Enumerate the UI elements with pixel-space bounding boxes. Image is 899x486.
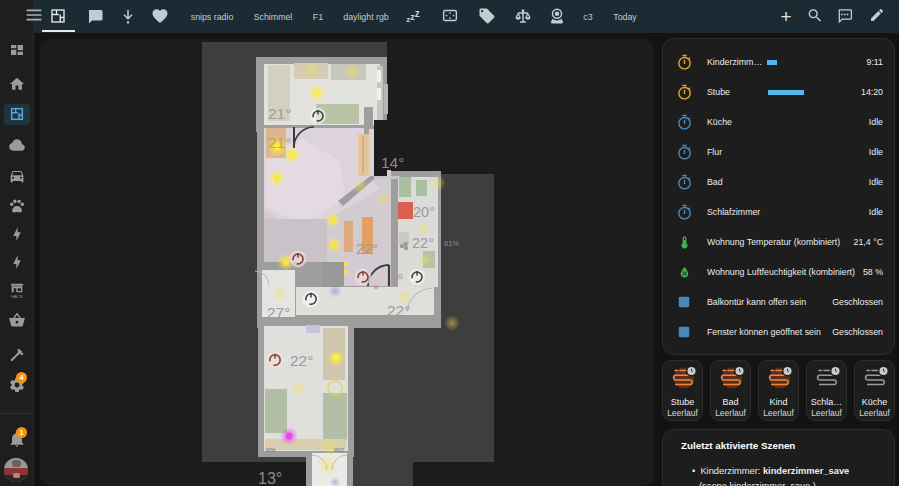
svg-text:WW: WW [266, 447, 276, 453]
svg-text:0: 0 [398, 272, 403, 281]
svg-text:22°: 22° [356, 241, 378, 257]
svg-text:22°: 22° [412, 235, 434, 251]
svg-text:22°: 22° [387, 302, 410, 319]
svg-text:61%: 61% [444, 239, 459, 248]
svg-text:HACS: HACS [11, 294, 22, 299]
svg-text:W02: W02 [334, 447, 345, 453]
svg-text:21°: 21° [268, 105, 291, 122]
svg-text:21°: 21° [268, 134, 291, 151]
svg-text:14°: 14° [381, 154, 404, 171]
svg-text:27°: 27° [267, 304, 290, 321]
svg-text:22°: 22° [290, 352, 313, 369]
svg-text:13°: 13° [258, 470, 282, 486]
svg-text:20°: 20° [413, 204, 435, 220]
